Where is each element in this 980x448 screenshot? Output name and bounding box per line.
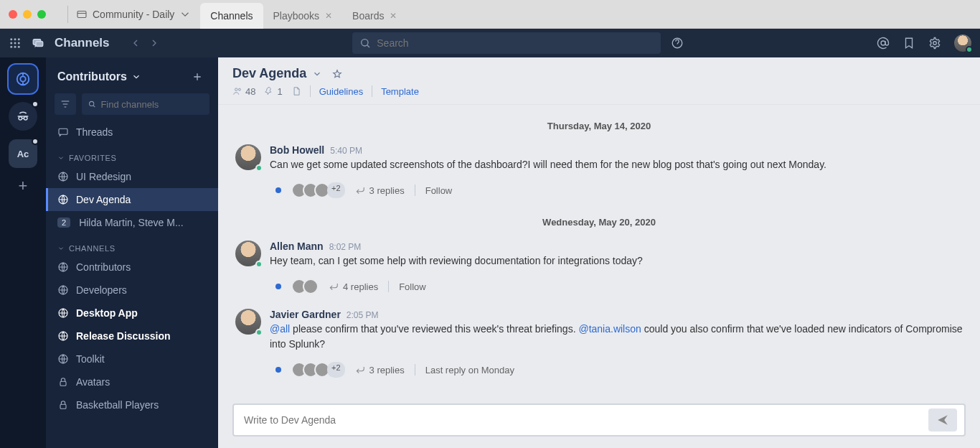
channel-label: Release Discussion <box>76 330 171 342</box>
channel-label: Developers <box>76 284 127 296</box>
add-server-button[interactable]: + <box>19 177 28 195</box>
minimize-window-button[interactable] <box>23 10 32 19</box>
svg-point-18 <box>19 116 22 120</box>
chevron-down-icon <box>57 154 65 162</box>
history-icon[interactable] <box>75 8 88 21</box>
mentions-icon[interactable] <box>877 37 890 50</box>
thread-separator <box>415 364 415 375</box>
channel-dev-agenda[interactable]: Dev Agenda <box>46 188 218 211</box>
replies-button[interactable]: 3 replies <box>355 185 405 196</box>
team-header[interactable]: Contributors <box>46 57 218 93</box>
channel-ui-redesign[interactable]: UI Redesign <box>46 165 218 188</box>
avatar[interactable] <box>235 144 261 170</box>
follow-button[interactable]: Follow <box>399 281 426 292</box>
thread-summary[interactable]: 4 replies Follow <box>218 273 980 304</box>
members-icon <box>232 86 242 96</box>
link-template[interactable]: Template <box>381 86 419 97</box>
chevron-down-icon <box>57 245 65 252</box>
find-channels-input[interactable] <box>100 99 204 110</box>
message-body: Bob Howell5:40 PM Can we get some update… <box>270 144 963 172</box>
server-item-2[interactable]: Ac <box>9 139 37 168</box>
titlebar: Community - Daily Channels Playbooks✕ Bo… <box>0 0 980 29</box>
channel-developers[interactable]: Developers <box>46 279 218 302</box>
saved-icon[interactable] <box>903 37 915 50</box>
channel-release-discussion[interactable]: Release Discussion <box>46 325 218 347</box>
thread-separator <box>415 185 415 196</box>
meta-separator <box>310 85 311 97</box>
message-author[interactable]: Javier Gardner <box>270 309 341 320</box>
file-icon <box>291 86 301 96</box>
meta-separator <box>372 85 372 97</box>
svg-point-6 <box>18 42 20 45</box>
member-count[interactable]: 48 <box>232 86 255 97</box>
avatar-stack: +2 <box>291 362 345 378</box>
thread-summary[interactable]: +2 3 replies Follow <box>218 177 980 208</box>
forward-icon[interactable] <box>149 37 160 49</box>
chevron-down-icon[interactable] <box>179 8 192 21</box>
category-channels[interactable]: CHANNELS <box>46 234 218 256</box>
close-window-button[interactable] <box>9 10 17 19</box>
status-online-icon <box>255 261 263 268</box>
thread-summary[interactable]: +2 3 replies Last reply on Monday <box>218 356 980 388</box>
message-author[interactable]: Allen Mann <box>270 241 324 252</box>
dm-hilda-steve[interactable]: 2Hilda Martin, Steve M... <box>46 211 218 234</box>
svg-point-4 <box>10 42 12 45</box>
search-box[interactable] <box>352 32 661 54</box>
channel-basketball-players[interactable]: Basketball Players <box>46 393 218 416</box>
channel-label: Dev Agenda <box>76 194 131 205</box>
tab-boards[interactable]: Boards✕ <box>342 3 407 29</box>
channel-label: Toolkit <box>76 353 105 365</box>
tab-label: Channels <box>210 10 253 22</box>
avatar[interactable] <box>235 241 261 266</box>
threads-item[interactable]: Threads <box>46 121 218 144</box>
channel-desktop-app[interactable]: Desktop App <box>46 302 218 325</box>
settings-icon[interactable] <box>928 37 941 50</box>
channel-header: Dev Agenda 48 1 Guidelines Template <box>218 57 980 105</box>
chevron-down-icon[interactable] <box>312 69 322 79</box>
link-guidelines[interactable]: Guidelines <box>319 86 363 97</box>
user-avatar[interactable] <box>954 34 971 52</box>
mention[interactable]: @tania.wilson <box>578 323 641 335</box>
close-icon[interactable]: ✕ <box>390 11 397 21</box>
avatar[interactable] <box>235 309 261 335</box>
message: Allen Mann8:02 PM Hey team, can I get so… <box>218 236 980 273</box>
category-label: CHANNELS <box>69 244 116 253</box>
composer-input[interactable] <box>244 414 928 426</box>
replies-button[interactable]: 3 replies <box>355 365 405 375</box>
tab-label: Boards <box>352 10 384 22</box>
workspace-name[interactable]: Community - Daily <box>93 9 174 20</box>
server-item-0[interactable] <box>9 65 37 93</box>
server-item-1[interactable] <box>9 102 37 131</box>
star-icon[interactable] <box>332 69 342 79</box>
back-icon[interactable] <box>130 37 141 49</box>
add-button[interactable] <box>188 67 207 86</box>
grid-icon[interactable] <box>9 37 22 50</box>
category-label: FAVORITES <box>69 154 116 162</box>
tab-playbooks[interactable]: Playbooks✕ <box>263 3 343 29</box>
search-input[interactable] <box>377 37 654 49</box>
close-icon[interactable]: ✕ <box>325 11 332 21</box>
maximize-window-button[interactable] <box>37 10 46 19</box>
lock-icon <box>57 399 69 411</box>
filter-button[interactable] <box>55 93 76 115</box>
message-body: Allen Mann8:02 PM Hey team, can I get so… <box>270 241 963 269</box>
channel-toolkit[interactable]: Toolkit <box>46 347 218 370</box>
find-channels-box[interactable] <box>82 93 209 115</box>
pinned-count[interactable]: 1 <box>264 86 282 97</box>
mention[interactable]: @all <box>270 323 290 335</box>
svg-point-8 <box>14 46 17 48</box>
channel-title[interactable]: Dev Agenda <box>232 66 306 81</box>
channel-avatars[interactable]: Avatars <box>46 370 218 393</box>
send-button[interactable] <box>928 409 957 431</box>
follow-button[interactable]: Follow <box>425 185 453 196</box>
tab-channels[interactable]: Channels <box>200 3 263 29</box>
help-icon[interactable] <box>671 37 684 50</box>
message-author[interactable]: Bob Howell <box>270 144 324 156</box>
globe-icon <box>57 261 69 273</box>
replies-button[interactable]: 4 replies <box>329 281 378 292</box>
composer-box[interactable] <box>232 403 966 437</box>
channel-contributors[interactable]: Contributors <box>46 256 218 279</box>
files-button[interactable] <box>291 86 301 96</box>
category-favorites[interactable]: FAVORITES <box>46 144 218 165</box>
chevron-down-icon <box>131 72 141 82</box>
